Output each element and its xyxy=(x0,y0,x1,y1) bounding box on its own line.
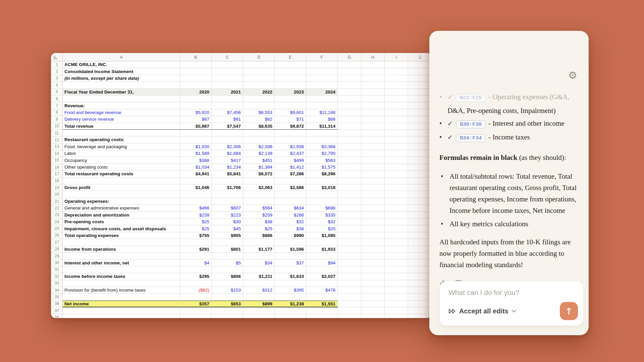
cell-H4[interactable] xyxy=(361,82,385,88)
cell-J5[interactable] xyxy=(408,89,431,96)
row-header-31[interactable]: 31 xyxy=(51,266,63,273)
cell-J20[interactable] xyxy=(408,191,431,198)
cell-E7[interactable] xyxy=(275,102,306,109)
cell-J22[interactable] xyxy=(408,205,431,212)
cell-J2[interactable] xyxy=(408,68,431,75)
row-header-33[interactable]: 33 xyxy=(51,280,63,287)
cell-J10[interactable] xyxy=(408,123,431,130)
col-header-I[interactable]: I xyxy=(385,53,408,61)
cell-E18[interactable] xyxy=(275,178,306,184)
cell-G2[interactable] xyxy=(338,68,361,75)
cell-F6[interactable] xyxy=(306,96,338,102)
cell-I12[interactable] xyxy=(385,136,408,143)
cell-B13[interactable]: $1,930 xyxy=(180,143,212,150)
cell-J7[interactable] xyxy=(408,102,431,109)
cell-A16[interactable]: Other operating costs xyxy=(63,164,180,171)
cell-D29[interactable] xyxy=(243,253,275,259)
send-button[interactable]: ↑ xyxy=(560,302,578,320)
cell-I34[interactable] xyxy=(385,287,408,294)
cell-J4[interactable] xyxy=(408,82,431,88)
row-header-10[interactable]: 10 xyxy=(51,123,63,130)
cell-D38[interactable] xyxy=(243,314,275,318)
cell-G20[interactable] xyxy=(338,191,361,198)
cell-I26[interactable] xyxy=(385,232,408,239)
cell-D5[interactable]: 2022 xyxy=(243,89,275,96)
cell-B38[interactable] xyxy=(180,314,212,318)
cell-B2[interactable] xyxy=(180,68,212,75)
cell-C34[interactable]: $153 xyxy=(212,287,243,294)
row-header-17[interactable]: 17 xyxy=(51,171,63,177)
cell-E27[interactable] xyxy=(275,239,306,246)
cell-A25[interactable]: Impairment, closure costs, and asset dis… xyxy=(63,225,180,232)
cell-F19[interactable]: $3,018 xyxy=(306,184,338,191)
cell-A24[interactable]: Pre-opening costs xyxy=(63,219,180,225)
cell-B28[interactable]: $291 xyxy=(180,246,212,253)
cell-I20[interactable] xyxy=(385,191,408,198)
cell-G1[interactable] xyxy=(338,61,361,68)
cell-C35[interactable] xyxy=(212,294,243,300)
cell-C17[interactable]: $5,841 xyxy=(212,171,243,177)
cell-I8[interactable] xyxy=(385,109,408,116)
cell-C27[interactable] xyxy=(212,239,243,246)
row-header-35[interactable]: 35 xyxy=(51,294,63,300)
cell-C18[interactable] xyxy=(212,178,243,184)
cell-D27[interactable] xyxy=(243,239,275,246)
cell-I9[interactable] xyxy=(385,116,408,123)
cell-G11[interactable] xyxy=(338,130,361,136)
cell-D28[interactable]: $1,177 xyxy=(243,246,275,253)
cell-B25[interactable]: $25 xyxy=(180,225,212,232)
cell-C31[interactable] xyxy=(212,266,243,273)
cell-B29[interactable] xyxy=(180,253,212,259)
cell-C24[interactable]: $30 xyxy=(212,219,243,225)
cell-C7[interactable] xyxy=(212,102,243,109)
cell-H1[interactable] xyxy=(361,61,385,68)
row-header-19[interactable]: 19 xyxy=(51,184,63,191)
cell-E2[interactable] xyxy=(275,68,306,75)
row-header-12[interactable]: 12 xyxy=(51,136,63,143)
cell-F3[interactable] xyxy=(306,75,338,82)
cell-F18[interactable] xyxy=(306,178,338,184)
cell-H23[interactable] xyxy=(361,212,385,219)
cell-I7[interactable] xyxy=(385,102,408,109)
cell-E34[interactable]: $395 xyxy=(275,287,306,294)
row-header-36[interactable]: 36 xyxy=(51,301,63,307)
accept-all-edits-button[interactable]: Accept all edits xyxy=(448,307,516,315)
cell-B37[interactable] xyxy=(180,307,212,314)
cell-C30[interactable]: $5 xyxy=(212,259,243,266)
cell-D8[interactable]: $8,553 xyxy=(243,109,275,116)
cell-I21[interactable] xyxy=(385,198,408,205)
cell-A27[interactable] xyxy=(63,239,180,246)
cell-F10[interactable]: $11,314 xyxy=(306,123,338,130)
row-header-9[interactable]: 9 xyxy=(51,116,63,123)
cell-I15[interactable] xyxy=(385,157,408,164)
cell-B7[interactable] xyxy=(180,102,212,109)
cell-E5[interactable]: 2023 xyxy=(275,89,306,96)
cell-A18[interactable] xyxy=(63,178,180,184)
cell-B35[interactable] xyxy=(180,294,212,300)
cell-H20[interactable] xyxy=(361,191,385,198)
cell-G22[interactable] xyxy=(338,205,361,212)
cell-B27[interactable] xyxy=(180,239,212,246)
cell-I22[interactable] xyxy=(385,205,408,212)
cell-J28[interactable] xyxy=(408,246,431,253)
cell-J14[interactable] xyxy=(408,150,431,157)
cell-E1[interactable] xyxy=(275,61,306,68)
cell-H26[interactable] xyxy=(361,232,385,239)
cell-I10[interactable] xyxy=(385,123,408,130)
cell-D11[interactable] xyxy=(243,130,275,136)
cell-F12[interactable] xyxy=(306,136,338,143)
cell-C36[interactable]: $653 xyxy=(212,301,243,307)
cell-G31[interactable] xyxy=(338,266,361,273)
row-header-37[interactable]: 37 xyxy=(51,307,63,314)
cell-E24[interactable]: $32 xyxy=(275,219,306,225)
cell-J31[interactable] xyxy=(408,266,431,273)
cell-A28[interactable]: Income from operations xyxy=(63,246,180,253)
row-header-20[interactable]: 20 xyxy=(51,191,63,198)
col-header-B[interactable]: B xyxy=(180,53,212,61)
cell-D6[interactable] xyxy=(243,96,275,102)
cell-F31[interactable] xyxy=(306,266,338,273)
cell-F23[interactable]: $335 xyxy=(306,212,338,219)
cell-A26[interactable]: Total operating expenses xyxy=(63,232,180,239)
cell-J11[interactable] xyxy=(408,130,431,136)
row-header-25[interactable]: 25 xyxy=(51,225,63,232)
